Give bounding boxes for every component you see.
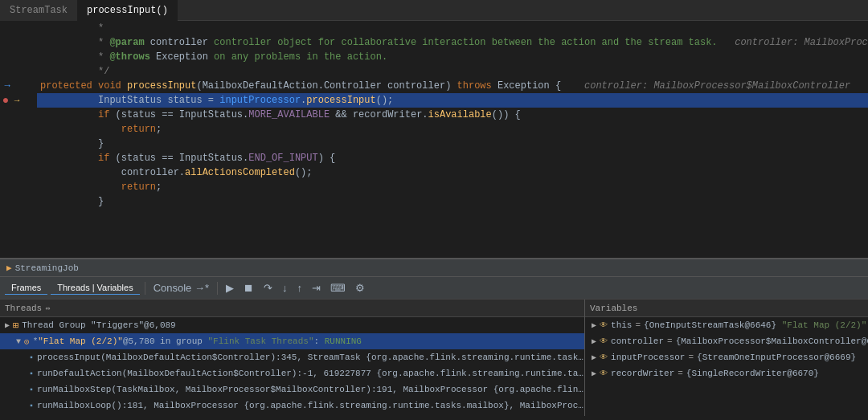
toolbar-divider-2 [217, 282, 218, 295]
code-line-11: controller.allActionsCompleted(); [37, 165, 868, 180]
gutter-line-1 [0, 21, 34, 35]
tab-streamtask[interactable]: StreamTask [0, 0, 77, 21]
evaluate-button[interactable]: ⌨ [327, 280, 349, 296]
code-area: → ● → * * @param controller controller o… [0, 21, 868, 258]
code-line-4: */ [37, 64, 868, 79]
thread-icon: ⊙ [24, 336, 30, 347]
variables-content: ▶ 👁 this = {OneInputStreamTask@6646} "Fl… [585, 317, 868, 416]
frame-icon-1: ▪ [29, 353, 34, 362]
var-watch-icon-recordwriter: 👁 [600, 369, 608, 378]
gutter-line-10 [0, 151, 34, 165]
gutter-line-5: → [0, 79, 34, 93]
var-expand-inputprocessor[interactable]: ▶ [592, 353, 596, 362]
frame-icon-4: ▪ [29, 402, 34, 410]
var-name-recordwriter: recordWriter [611, 369, 674, 378]
arrow-current-icon: → [11, 96, 23, 105]
frame-label-1: processInput(MailboxDefaultAction$Contro… [37, 353, 584, 362]
tab-frames[interactable]: Frames [5, 281, 47, 295]
var-row-inputprocessor[interactable]: ▶ 👁 inputProcessor = {StreamOneInputProc… [585, 349, 868, 365]
code-line-1: * [37, 21, 868, 35]
var-value-inputprocessor: {StreamOneInputProcessor@6669} [697, 353, 856, 362]
thread-group-label: Thread Group "Triggers"@6,089 [22, 320, 175, 330]
thread-frame-3[interactable]: ▪ runMailboxStep(TaskMailbox, MailboxPro… [0, 381, 584, 398]
streaming-job-bar: ▶ StreamingJob [0, 259, 868, 277]
line-numbers: → ● → [0, 21, 37, 258]
streaming-job-label: StreamingJob [15, 263, 79, 273]
toolbar-divider-1 [145, 282, 145, 295]
var-row-recordwriter[interactable]: ▶ 👁 recordWriter = {SingleRecordWriter@6… [585, 365, 868, 381]
settings-button[interactable]: ⚙ [352, 280, 368, 296]
thread-frame-2[interactable]: ▪ runDefaultAction(MailboxDefaultAction$… [0, 365, 584, 381]
code-line-13: } [37, 194, 868, 209]
code-line-6: InputStatus status = inputProcessor.proc… [37, 93, 868, 108]
frame-label-2: runDefaultAction(MailboxDefaultAction$Co… [37, 369, 584, 378]
tab-processinput[interactable]: processInput() [77, 0, 178, 21]
thread-frame-4[interactable]: ▪ runMailboxLoop():181, MailboxProcessor… [0, 398, 584, 414]
var-watch-icon-this: 👁 [600, 320, 608, 330]
var-value-this: {OneInputStreamTask@6646} "Flat Map (2/2… [644, 320, 866, 330]
thread-group-expand[interactable]: ▶ [5, 320, 10, 330]
frame-label-3: runMailboxStep(TaskMailbox, MailboxProce… [37, 385, 584, 394]
thread-expand[interactable]: ▼ [16, 337, 21, 346]
var-eq-this: = [635, 320, 641, 330]
streaming-job-icon: ▶ [6, 263, 12, 273]
code-lines: * * @param controller controller object … [37, 21, 868, 258]
threads-header-label: Threads [5, 304, 42, 313]
var-expand-this[interactable]: ▶ [592, 320, 596, 330]
code-line-10: if (status == InputStatus.END_OF_INPUT) … [37, 151, 868, 165]
resume-button[interactable]: ▶ [223, 280, 237, 296]
code-line-8: return; [37, 122, 868, 137]
var-name-controller: controller [611, 336, 664, 346]
var-expand-controller[interactable]: ▶ [592, 336, 596, 346]
frame-label-4: runMailboxLoop():181, MailboxProcessor {… [37, 401, 584, 410]
gutter-line-11 [0, 165, 34, 180]
threads-header: Threads ⇔ [0, 300, 584, 317]
frame-icon-2: ▪ [29, 369, 34, 378]
frame-icon-3: ▪ [29, 385, 34, 394]
thread-frame-5[interactable]: ▪ runMailboxLoop():558, StreamTask {org.… [0, 414, 584, 416]
breakpoint-icon[interactable]: ● [0, 94, 11, 107]
gutter-line-2 [0, 35, 34, 50]
gutter-line-8 [0, 122, 34, 137]
tab-threads-vars[interactable]: Threads | Variables [51, 281, 139, 295]
step-over-button[interactable]: ↷ [260, 280, 276, 296]
gutter-line-4 [0, 64, 34, 79]
var-name-this: this [611, 320, 632, 330]
var-expand-recordwriter[interactable]: ▶ [592, 369, 596, 378]
debug-split: Threads ⇔ ▶ ⊞ Thread Group "Triggers"@6,… [0, 300, 868, 416]
var-row-controller[interactable]: ▶ 👁 controller = {MailboxProcessor$Mailb… [585, 333, 868, 349]
variables-header: Variables [585, 300, 868, 317]
variables-panel: Variables ▶ 👁 this = {OneInputStreamTask… [585, 300, 868, 416]
thread-group-icon: ⊞ [13, 320, 18, 332]
run-to-cursor-button[interactable]: ⇥ [309, 280, 324, 296]
code-line-2: * @param controller controller object fo… [37, 35, 868, 50]
stop-button[interactable]: ⏹ [240, 280, 257, 296]
var-eq-controller: = [667, 336, 673, 346]
threads-panel-toggle[interactable]: ⇔ [45, 304, 50, 313]
var-name-inputprocessor: inputProcessor [611, 353, 685, 362]
var-eq-inputprocessor: = [688, 353, 694, 362]
code-line-3: * @throws Exception on any problems in t… [37, 50, 868, 64]
gutter-line-9 [0, 137, 34, 151]
var-watch-icon-controller: 👁 [600, 336, 608, 346]
gutter-line-7 [0, 108, 34, 122]
gutter-line-13 [0, 194, 34, 209]
var-value-recordwriter: {SingleRecordWriter@6670} [686, 369, 819, 378]
code-line-5: protected void processInput(MailboxDefau… [37, 79, 868, 93]
console-button[interactable]: Console →* [150, 280, 212, 296]
var-value-controller: {MailboxProcessor$MailboxController@6666… [676, 336, 868, 346]
threads-panel: Threads ⇔ ▶ ⊞ Thread Group "Triggers"@6,… [0, 300, 585, 416]
var-watch-icon-inputprocessor: 👁 [600, 353, 608, 362]
bottom-panel: ▶ StreamingJob Frames Threads | Variable… [0, 258, 868, 416]
thread-flatmap-label: *"Flat Map (2/2)"@5,780 in group "Flink … [33, 336, 362, 346]
tab-bar: StreamTask processInput() [0, 0, 868, 21]
step-into-button[interactable]: ↓ [279, 280, 291, 296]
code-line-9: } [37, 137, 868, 151]
var-row-this[interactable]: ▶ 👁 this = {OneInputStreamTask@6646} "Fl… [585, 317, 868, 333]
code-line-7: if (status == InputStatus.MORE_AVAILABLE… [37, 108, 868, 122]
thread-frame-1[interactable]: ▪ processInput(MailboxDefaultAction$Cont… [0, 349, 584, 365]
thread-group-row[interactable]: ▶ ⊞ Thread Group "Triggers"@6,089 [0, 317, 584, 333]
step-out-button[interactable]: ↑ [294, 280, 306, 296]
thread-flatmap-row[interactable]: ▼ ⊙ *"Flat Map (2/2)"@5,780 in group "Fl… [0, 333, 584, 349]
variables-header-label: Variables [590, 304, 637, 313]
